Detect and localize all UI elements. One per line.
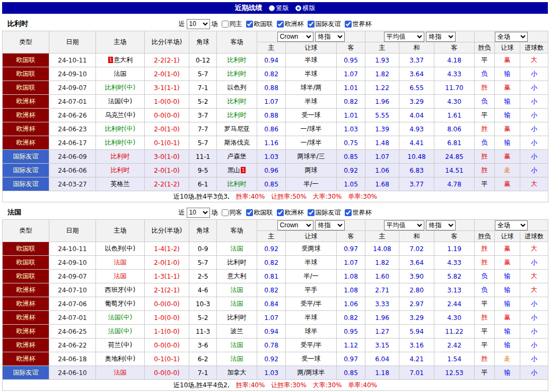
result-handicap-cell: 输 (495, 270, 520, 283)
avg-odds-draw-cell: 2.80 (399, 283, 434, 297)
team-name-link[interactable]: 比利时 (228, 111, 247, 119)
scope-select[interactable]: 全场 (495, 32, 528, 42)
avg-odds-draw-cell: 3.29 (399, 95, 434, 109)
team-name-link[interactable]: 法国(中) (108, 327, 132, 335)
score-cell: 2-0(1-0) (145, 256, 189, 270)
bookmaker-select[interactable]: Crown (277, 32, 313, 42)
competition-checkbox-world-cup[interactable] (345, 21, 352, 28)
match-row: 欧洲杯24-06-17比利时(中)0-1(0-1)5-7斯洛伐克1.16一/球半… (3, 136, 548, 150)
score-cell: 2-2(2-1) (145, 54, 189, 67)
team-name-link[interactable]: 葡萄牙(中) (105, 300, 135, 307)
average-select[interactable]: 平均值 (384, 220, 424, 230)
match-row: 欧洲杯24-06-18奥地利(中)0-1(0-1)6-2法国0.92受一球0.9… (3, 352, 548, 366)
result-handicap-cell: 走 (495, 164, 520, 177)
competition-checkbox-friendly[interactable] (308, 21, 315, 28)
handicap-odds-away-cell: 1.03 (337, 122, 365, 136)
average-select[interactable]: 平均值 (384, 32, 424, 42)
team-name-link[interactable]: 英格兰 (111, 180, 130, 188)
result-wdl-cell: 平 (475, 54, 495, 67)
team-name-link[interactable]: 比利时 (228, 97, 247, 105)
team-name-link[interactable]: 法国 (231, 286, 243, 293)
bookmaker-select[interactable]: Crown (277, 220, 313, 230)
same-venue-checkbox[interactable] (222, 209, 229, 216)
match-count-select[interactable]: 10 (187, 19, 210, 29)
team-name-link[interactable]: 比利时(中) (105, 139, 135, 146)
match-date-cell: 24-10-11 (49, 242, 96, 256)
odds-time-select[interactable]: 终指 (315, 220, 345, 230)
avg-odds-home-cell: 1.39 (365, 122, 399, 136)
avg-odds-draw-cell: 4.41 (399, 136, 434, 150)
team-name-link[interactable]: 法国 (114, 369, 127, 376)
team-name-link[interactable]: 比利时 (111, 166, 130, 174)
avg-odds-draw-cell: 3.16 (399, 338, 434, 352)
avg-odds-away-cell: 12.53 (434, 366, 475, 380)
result-wdl-cell: 负 (475, 67, 495, 81)
away-team-cell: 法国 (217, 352, 257, 366)
competition-checkbox-nations-league[interactable] (246, 209, 253, 216)
team-name-link[interactable]: 罗马尼亚 (224, 125, 250, 132)
team-name-link[interactable]: 法国 (231, 341, 243, 349)
team-name-link[interactable]: 法国 (114, 259, 127, 266)
home-team-cell: 奥地利(中) (96, 352, 145, 366)
team-name-link[interactable]: 乌克兰(中) (105, 111, 135, 119)
result-goals-cell: 大 (520, 54, 548, 67)
team-name-link[interactable]: 意大利 (114, 56, 133, 64)
team-name-link[interactable]: 法国 (114, 272, 127, 280)
team-name-link[interactable]: 波兰 (231, 327, 243, 335)
team-name-link[interactable]: 比利时 (228, 70, 247, 77)
subcol-handicap-away: 客 (337, 231, 365, 242)
team-name-link[interactable]: 以色列 (228, 84, 247, 91)
team-name-link[interactable]: 黑山 (228, 166, 240, 174)
team-name-link[interactable]: 比利时 (228, 180, 247, 188)
team-name-link[interactable]: 荷兰(中) (108, 341, 132, 349)
competition-checkbox-euro[interactable] (277, 21, 284, 28)
match-count-select[interactable]: 10 (187, 208, 210, 218)
team-name-link[interactable]: 加拿大 (228, 369, 247, 376)
score-cell: 2-0(1-0) (145, 122, 189, 136)
home-team-cell: 西班牙(中) (96, 283, 145, 297)
team-name-link[interactable]: 比利时 (228, 259, 247, 266)
competition-checkbox-world-cup[interactable] (345, 209, 352, 216)
team-name-link[interactable]: 以色列(中) (105, 245, 135, 252)
odds-time-select[interactable]: 终指 (426, 32, 456, 42)
team-name-link[interactable]: 法国 (231, 300, 243, 307)
handicap-odds-home-cell: 0.78 (257, 338, 286, 352)
team-name-link[interactable]: 法国 (231, 355, 243, 362)
result-goals-cell: 小 (520, 325, 548, 338)
scope-select[interactable]: 全场 (495, 220, 528, 230)
team-name-link[interactable]: 西班牙(中) (105, 286, 135, 293)
team-name-link[interactable]: 法国(中) (108, 314, 132, 321)
away-team-cell: 斯洛伐克 (217, 136, 257, 150)
vertical-view-radio[interactable] (269, 5, 275, 11)
match-date-cell: 24-06-23 (49, 122, 96, 136)
team-name-link[interactable]: 法国 (114, 70, 127, 77)
result-scope-header: 全场 (475, 220, 548, 231)
odds-time-select[interactable]: 终指 (315, 32, 345, 42)
odds-time-select[interactable]: 终指 (426, 220, 456, 230)
competition-checkbox-euro[interactable] (277, 209, 284, 216)
avg-odds-home-cell: 3.33 (365, 297, 399, 311)
same-venue-checkbox[interactable] (222, 21, 229, 28)
handicap-odds-away-cell: 0.82 (337, 95, 365, 109)
handicap-odds-home-cell: 0.88 (257, 81, 286, 95)
handicap-line-cell: 半球 (286, 67, 337, 81)
team-name-link[interactable]: 奥地利(中) (105, 355, 135, 362)
team-name-link[interactable]: 比利时(中) (105, 84, 135, 91)
team-name-link[interactable]: 法国 (231, 245, 243, 252)
team-name-link[interactable]: 比利时 (111, 153, 130, 160)
team-name-link[interactable]: 斯洛伐克 (224, 139, 250, 146)
team-name-link[interactable]: 比利时(中) (105, 125, 135, 132)
horizontal-view-radio[interactable] (295, 5, 301, 11)
team-name-link[interactable]: 比利时 (228, 56, 247, 64)
team-name-link[interactable]: 比利时 (228, 314, 247, 321)
result-goals-cell: 小 (520, 297, 548, 311)
recent-results-page: 近期战绩 竖版 横版 比利时 近 10 场 同主 欧国联 欧洲杯 国际友谊 世界… (2, 2, 548, 392)
competition-checkbox-nations-league[interactable] (246, 21, 253, 28)
team-name-link[interactable]: 意大利 (228, 272, 247, 280)
team-name-link[interactable]: 卢森堡 (228, 153, 247, 160)
handicap-win-rate-stat: 让胜率:50% (271, 193, 307, 200)
team-name-link[interactable]: 法国(中) (108, 97, 132, 105)
competition-checkbox-friendly[interactable] (308, 209, 315, 216)
handicap-odds-away-cell: 0.97 (337, 352, 365, 366)
result-goals-cell: 大 (520, 283, 548, 297)
